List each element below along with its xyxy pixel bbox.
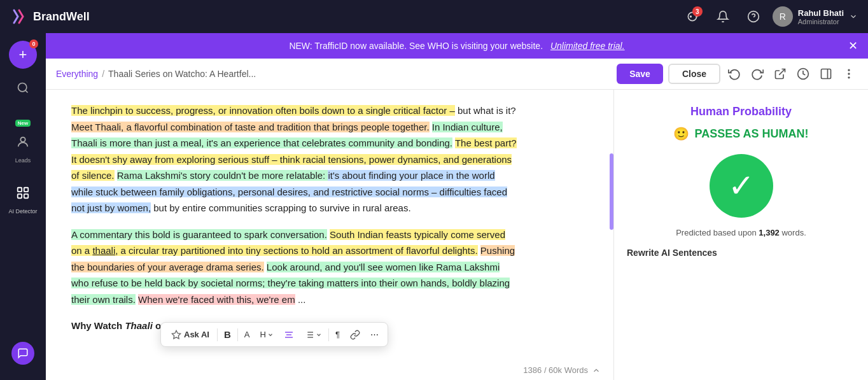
svg-rect-8 (18, 194, 22, 198)
panel-right-icon (820, 67, 832, 80)
promotional-banner: NEW: TrafficID now available. See WHO is… (46, 33, 868, 59)
scrollbar-thumb[interactable] (610, 153, 613, 230)
ai-detector-icon (16, 186, 30, 200)
divider-3 (328, 328, 329, 341)
toolbar-actions: Save Close (617, 64, 858, 84)
svg-point-15 (848, 73, 850, 74)
redo-button[interactable] (748, 65, 766, 83)
help-circle-icon (747, 10, 760, 23)
breadcrumb-current: Thaali Series on Watcho: A Heartfel... (108, 69, 256, 79)
undo-button[interactable] (725, 65, 743, 83)
new-badge: New (15, 120, 31, 127)
bell-icon (717, 10, 729, 23)
font-size-button[interactable]: A (241, 327, 254, 342)
user-menu[interactable]: R Rahul Bhati Administrator (773, 6, 858, 27)
banner-close-button[interactable]: ✕ (848, 39, 858, 53)
predicted-label: Predicted based upon (676, 228, 756, 237)
check-circle: ✓ (710, 154, 773, 218)
sidebar: + 0 New Leads (0, 33, 46, 380)
word-count-suffix: words. (781, 228, 806, 237)
heading-button[interactable]: H (256, 327, 277, 342)
svg-rect-12 (822, 69, 831, 79)
floating-toolbar: Ask AI B A H (160, 322, 388, 347)
svg-marker-17 (172, 330, 180, 339)
save-button[interactable]: Save (617, 64, 663, 84)
editor-main[interactable]: The linchpin to success, progress, or in… (46, 90, 613, 380)
clock-icon (797, 67, 809, 80)
user-role: Administrator (798, 18, 844, 25)
leads-section: New Leads (9, 120, 37, 164)
smiley-icon: 🙂 (673, 126, 689, 141)
chat-icon (17, 348, 29, 359)
external-link-button[interactable] (771, 65, 789, 83)
plus-icon: + (19, 46, 27, 63)
editor-paragraph-2: A commentary this bold is guaranteed to … (71, 227, 517, 308)
brand-name: BrandWell (33, 10, 90, 24)
sidebar-bottom (11, 342, 34, 372)
announcements-badge: 3 (692, 6, 703, 17)
editor-content: The linchpin to success, progress, or in… (71, 102, 517, 334)
paragraph-mark-button[interactable]: ¶ (332, 327, 344, 342)
main-layout: + 0 New Leads (0, 33, 868, 380)
leads-icon-btn[interactable] (9, 128, 37, 156)
editor-paragraph-1: The linchpin to success, progress, or in… (71, 102, 517, 216)
checkmark-icon: ✓ (728, 170, 755, 202)
bold-button[interactable]: B (220, 327, 235, 342)
chat-button[interactable] (11, 342, 34, 365)
ask-ai-button[interactable]: Ask AI (166, 327, 214, 342)
editor-panel-layout: The linchpin to success, progress, or in… (46, 90, 868, 380)
predicted-text: Predicted based upon 1,392 words. (676, 228, 806, 237)
panel-toggle-button[interactable] (817, 65, 835, 83)
more-format-button[interactable]: ⋯ (367, 327, 382, 342)
avatar: R (773, 6, 793, 27)
breadcrumb-link[interactable]: Everything (56, 69, 98, 79)
breadcrumb: Everything / Thaali Series on Watcho: A … (56, 69, 612, 79)
ai-sparkle-icon (171, 330, 181, 340)
chevron-up-icon (592, 366, 601, 375)
sidebar-item-leads[interactable]: New Leads (9, 120, 37, 164)
undo-icon (728, 67, 741, 80)
leads-icon (16, 135, 30, 149)
content-area: NEW: TrafficID now available. See WHO is… (46, 33, 868, 380)
svg-rect-6 (18, 188, 22, 192)
heading-label: H (260, 330, 266, 339)
svg-point-0 (690, 16, 691, 17)
link-icon (350, 330, 360, 340)
svg-line-10 (779, 69, 785, 75)
more-options-button[interactable] (840, 65, 858, 83)
passes-human-status: 🙂 PASSES AS HUMAN! (673, 126, 808, 141)
more-vertical-icon (843, 67, 855, 80)
sidebar-item-ai-detector[interactable]: AI Detector (8, 179, 37, 215)
list-button[interactable] (300, 327, 326, 342)
rewrite-section-title: Rewrite AI Sentences (627, 248, 717, 258)
editor-toolbar: Everything / Thaali Series on Watcho: A … (46, 59, 868, 90)
add-badge: 0 (29, 39, 38, 48)
word-count-strong: 1,392 (759, 228, 780, 237)
word-count-text: 1386 / 60k Words (523, 365, 588, 375)
help-button[interactable] (742, 5, 765, 28)
notifications-button[interactable] (711, 5, 734, 28)
highlight-2: Meet Thaali, a flavorful combination of … (71, 122, 430, 132)
highlight-11: When we're faced with this, we're em (138, 294, 295, 305)
bold-label: B (224, 329, 231, 340)
svg-point-14 (848, 69, 850, 71)
announcements-button[interactable]: 3 (681, 5, 704, 28)
divider-1 (217, 328, 218, 341)
search-icon (17, 81, 29, 94)
ai-detector-label: AI Detector (8, 208, 37, 215)
redo-icon (751, 67, 764, 80)
svg-rect-9 (24, 194, 28, 198)
close-button[interactable]: Close (668, 64, 720, 84)
link-button[interactable] (346, 327, 364, 342)
svg-point-3 (18, 83, 27, 92)
highlight-7: A commentary this bold is guaranteed to … (71, 229, 327, 240)
svg-point-16 (848, 77, 850, 78)
search-button[interactable] (9, 74, 37, 102)
align-button[interactable] (280, 327, 298, 342)
ask-ai-label: Ask AI (184, 330, 209, 339)
add-button[interactable]: + 0 (9, 41, 37, 69)
svg-rect-7 (24, 188, 28, 192)
history-button[interactable] (794, 65, 812, 83)
ai-detector-icon-btn[interactable] (9, 179, 37, 207)
banner-cta[interactable]: Unlimited free trial. (550, 41, 625, 51)
